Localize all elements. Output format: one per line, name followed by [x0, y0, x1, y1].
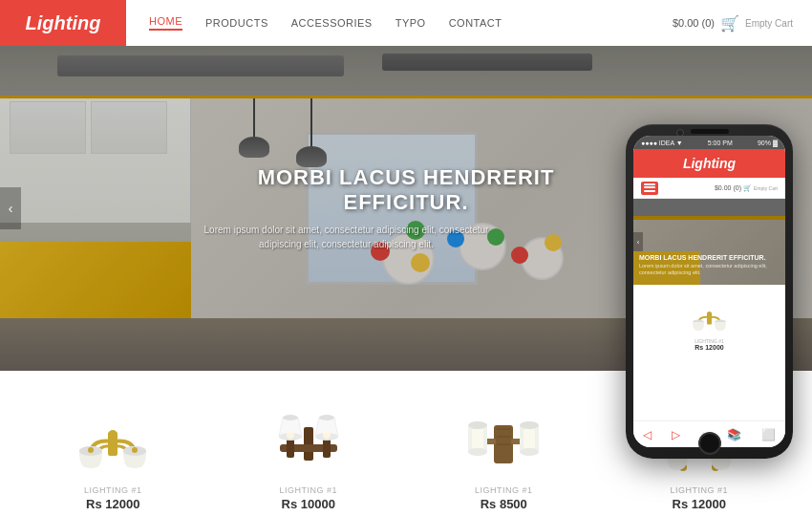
phone-sconce-1: [688, 293, 731, 336]
svg-point-43: [707, 312, 712, 316]
phone-status-time: 5:00 PM: [708, 140, 733, 146]
svg-point-7: [132, 447, 138, 453]
product-image-2: [226, 394, 392, 480]
logo-text: Lighting: [26, 12, 101, 34]
phone-product-1[interactable]: LIGHTING #1 Rs 12000: [637, 290, 781, 351]
product-price-1: Rs 12000: [31, 497, 196, 511]
product-image-1: [31, 394, 196, 480]
phone-cart-amount: $0.00 (0): [715, 184, 741, 191]
phone-hamburger-icon[interactable]: [641, 182, 658, 195]
product-price-4: Rs 12000: [617, 497, 782, 511]
phone-home-button[interactable]: [698, 432, 721, 455]
phone-book-icon[interactable]: 📚: [727, 428, 741, 441]
cart-icon: 🛒: [720, 14, 739, 32]
svg-point-16: [287, 431, 294, 439]
hero-prev-arrow[interactable]: ‹: [0, 187, 21, 229]
product-card-2[interactable]: LIGHTING #1 Rs 10000: [219, 386, 399, 516]
hero-subtitle: Lorem ipsum dolor sit amet, consectetur …: [203, 223, 490, 251]
phone-screen: ●●●● IDEA ▼ 5:00 PM 90% ▓ Lighting $0.00…: [633, 136, 785, 447]
nav-products[interactable]: PRODUCTS: [205, 17, 268, 29]
phone-mockup: ●●●● IDEA ▼ 5:00 PM 90% ▓ Lighting $0.00…: [626, 124, 793, 459]
svg-point-15: [319, 415, 334, 420]
product-image-3: [421, 394, 587, 480]
phone-nav-bar: $0.00 (0) 🛒 Empty Cart: [633, 178, 785, 199]
sconce-svg-2: [266, 398, 352, 475]
phone-logo: Lighting: [683, 156, 736, 171]
cart-empty-label: Empty Cart: [745, 18, 793, 29]
phone-header: Lighting: [633, 149, 785, 178]
svg-point-25: [468, 421, 487, 429]
svg-rect-8: [304, 427, 313, 461]
product-card-3[interactable]: LIGHTING #1 Rs 8500: [414, 386, 594, 516]
phone-pprice-1: Rs 12000: [637, 344, 781, 351]
nav-contact[interactable]: CONTACT: [449, 17, 502, 29]
phone-speaker: [691, 129, 729, 134]
phone-forward-icon[interactable]: ▷: [672, 428, 680, 441]
phone-status-right: 90% ▓: [758, 140, 778, 146]
phone-back-icon[interactable]: ◁: [643, 428, 652, 441]
phone-status-left: ●●●● IDEA ▼: [641, 140, 683, 146]
cart-amount: $0.00 (0): [673, 17, 715, 29]
product-price-3: Rs 8500: [421, 497, 587, 511]
phone-cart-info: $0.00 (0) 🛒 Empty Cart: [715, 184, 778, 192]
svg-point-28: [520, 421, 539, 429]
sconce-svg-3: [460, 398, 546, 475]
sconce-svg-1: [70, 398, 156, 475]
phone-hero-text: MORBI LACUS HENDRERIT EFFICITUR. Lorem i…: [639, 254, 780, 277]
product-label-1: LIGHTING #1: [31, 485, 196, 495]
phone-hero-title: MORBI LACUS HENDRERIT EFFICITUR.: [639, 254, 780, 261]
phone-product-img-1: [637, 290, 781, 338]
nav-home[interactable]: HOME: [149, 15, 182, 31]
phone-products: LIGHTING #1 Rs 12000: [633, 285, 785, 356]
phone-hero: ‹ MORBI LACUS HENDRERIT EFFICITUR. Lorem…: [633, 199, 785, 285]
cart-area[interactable]: $0.00 (0) 🛒 Empty Cart: [673, 14, 812, 32]
main-nav: HOME PRODUCTS ACCESSORIES TYPO CONTACT: [126, 15, 673, 31]
svg-point-5: [108, 430, 118, 440]
svg-point-6: [88, 447, 94, 453]
svg-rect-31: [524, 429, 535, 448]
product-label-3: LIGHTING #1: [421, 485, 587, 495]
phone-outer: ●●●● IDEA ▼ 5:00 PM 90% ▓ Lighting $0.00…: [626, 124, 793, 459]
phone-cart-label: Empty Cart: [754, 185, 778, 191]
product-label-2: LIGHTING #1: [226, 485, 392, 495]
svg-rect-30: [472, 429, 483, 448]
hero-title: MORBI LACUS HENDRERIT EFFICITUR.: [203, 165, 609, 215]
product-card-1[interactable]: LIGHTING #1 Rs 12000: [23, 386, 203, 516]
phone-cart-icon: 🛒: [743, 184, 752, 192]
svg-point-13: [283, 415, 298, 420]
phone-share-icon[interactable]: ⬜: [761, 428, 776, 441]
nav-typo[interactable]: TYPO: [395, 17, 426, 29]
phone-status-bar: ●●●● IDEA ▼ 5:00 PM 90% ▓: [633, 136, 785, 149]
header: Lighting HOME PRODUCTS ACCESSORIES TYPO …: [0, 0, 812, 46]
logo-box[interactable]: Lighting: [0, 0, 126, 46]
svg-point-29: [520, 448, 539, 456]
product-price-2: Rs 10000: [226, 497, 392, 511]
svg-point-17: [323, 431, 331, 439]
svg-point-26: [468, 448, 487, 456]
phone-hero-sub: Lorem ipsum dolor sit amet, consectetur …: [639, 263, 780, 277]
product-label-4: LIGHTING #1: [617, 485, 782, 495]
nav-accessories[interactable]: ACCESSORIES: [291, 17, 373, 29]
hero-content: MORBI LACUS HENDRERIT EFFICITUR. Lorem i…: [203, 165, 609, 251]
phone-prev-arrow[interactable]: ‹: [633, 232, 643, 251]
